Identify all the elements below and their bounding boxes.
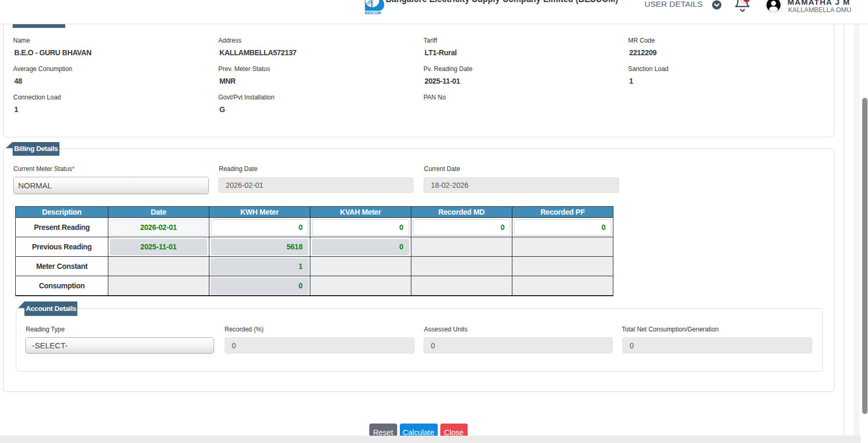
svg-text:BESCOM: BESCOM — [365, 11, 381, 15]
